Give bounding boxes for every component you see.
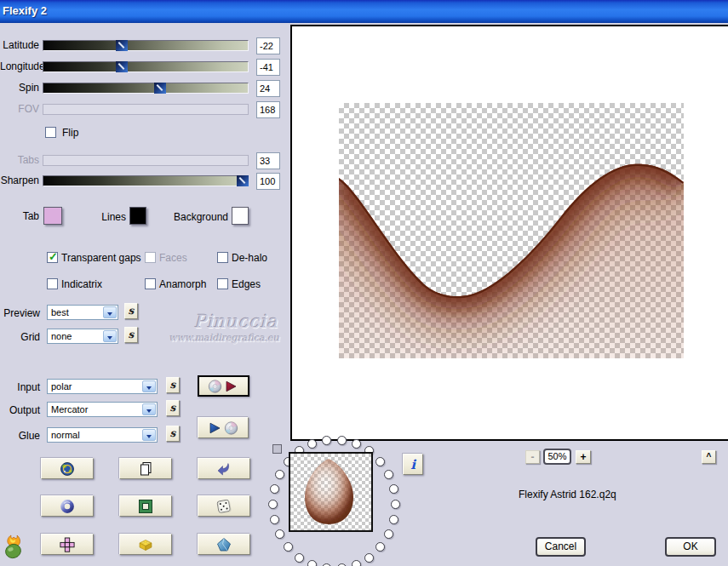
lines-color-swatch[interactable] <box>129 207 146 225</box>
tab-color-swatch[interactable] <box>43 207 62 225</box>
fov-value-field[interactable]: 168 <box>256 101 280 118</box>
dial-dot[interactable] <box>307 439 317 449</box>
globe-icon <box>59 461 76 477</box>
brick-button[interactable] <box>119 534 172 555</box>
gem-button[interactable] <box>198 534 250 555</box>
flip-checkbox[interactable] <box>45 127 56 138</box>
sharpen-slider[interactable] <box>43 175 249 186</box>
output-select-label: Output <box>0 404 40 416</box>
dial-dot[interactable] <box>391 500 400 509</box>
dial-dot[interactable] <box>270 484 279 494</box>
dice-button[interactable] <box>198 495 250 517</box>
longitude-value-field[interactable]: -41 <box>256 59 280 76</box>
dial-marker <box>272 444 282 454</box>
dial-dot[interactable] <box>384 470 393 479</box>
dial-dot[interactable] <box>389 484 398 494</box>
longitude-slider[interactable] <box>43 61 249 72</box>
anamorph-label: Anamorph <box>159 278 206 290</box>
wave-render <box>339 103 684 358</box>
grid-s-button[interactable]: s <box>124 327 138 343</box>
de-halo-checkbox[interactable] <box>217 252 228 263</box>
spin-value-field[interactable]: 24 <box>256 80 280 97</box>
cancel-button[interactable]: Cancel <box>536 537 586 557</box>
spin-slider[interactable] <box>43 83 249 94</box>
dial-dot[interactable] <box>275 529 284 539</box>
chevron-down-icon[interactable] <box>103 330 117 342</box>
dial-dot[interactable] <box>375 457 385 466</box>
edges-checkbox[interactable] <box>217 278 228 289</box>
transparent-gaps-checkbox[interactable]: ✓ <box>47 252 58 263</box>
dial-dot[interactable] <box>270 515 279 524</box>
preview-select[interactable]: best <box>47 305 118 320</box>
glue-s-button[interactable]: s <box>166 426 180 442</box>
dial-dot[interactable] <box>268 500 278 509</box>
zoom-in-button[interactable]: + <box>576 450 591 464</box>
globe-button[interactable] <box>41 458 94 479</box>
yellow-brick-icon <box>136 537 155 552</box>
undo-button[interactable] <box>198 458 250 479</box>
output-select[interactable]: Mercator <box>47 402 158 417</box>
preset-thumbnail[interactable] <box>289 452 373 532</box>
spin-label: Spin <box>0 83 39 94</box>
dial-dot[interactable] <box>375 542 385 552</box>
dial-dot[interactable] <box>322 436 331 445</box>
dial-dot[interactable] <box>389 515 398 524</box>
info-button[interactable]: i <box>403 454 423 475</box>
copy-button[interactable] <box>119 458 172 479</box>
tabs-label: Tabs <box>0 155 39 166</box>
latitude-slider-thumb[interactable] <box>116 40 128 51</box>
dial-dot[interactable] <box>307 560 317 566</box>
preview-select-label: Preview <box>0 307 40 319</box>
torus-button[interactable] <box>41 495 94 517</box>
flaming-pear-logo[interactable] <box>2 534 26 563</box>
chevron-down-icon[interactable] <box>142 403 156 415</box>
chevron-down-icon[interactable] <box>142 380 156 392</box>
dice-icon <box>215 498 233 515</box>
indicatrix-checkbox[interactable] <box>47 278 58 289</box>
input-select-label: Input <box>0 381 40 393</box>
anamorph-checkbox[interactable] <box>145 278 156 289</box>
preview-s-button[interactable]: s <box>124 303 138 319</box>
preview-image <box>339 103 684 358</box>
title-bar: Flexify 2 <box>0 0 728 23</box>
load-settings-button[interactable] <box>198 417 249 438</box>
grid-select[interactable]: none <box>47 329 118 344</box>
green-frame-icon <box>137 499 154 514</box>
save-settings-button[interactable] <box>198 375 249 397</box>
cd-arrow-save-icon <box>208 380 240 393</box>
zoom-out-button[interactable]: - <box>525 450 540 464</box>
glue-select[interactable]: normal <box>47 427 158 443</box>
input-select[interactable]: polar <box>47 379 158 394</box>
transparent-gaps-checkmark: ✓ <box>49 250 58 263</box>
ok-button[interactable]: OK <box>665 537 716 557</box>
dial-dot[interactable] <box>295 553 304 563</box>
dial-dot[interactable] <box>352 439 361 449</box>
fov-slider <box>43 104 249 115</box>
input-s-button[interactable]: s <box>166 377 180 393</box>
flexify2-dialog: { "window": { "title": "Flexify 2" }, "c… <box>0 0 728 566</box>
latitude-slider[interactable] <box>43 40 249 51</box>
background-color-swatch[interactable] <box>232 207 249 225</box>
dial-dot[interactable] <box>284 542 293 552</box>
tabs-value-field[interactable]: 33 <box>256 152 280 169</box>
faces-checkbox <box>145 252 156 263</box>
sharpen-value-field[interactable]: 100 <box>256 173 280 190</box>
sharpen-slider-thumb[interactable] <box>237 175 249 186</box>
watermark-url: www.maidiregrafica.eu <box>169 333 279 344</box>
output-s-button[interactable]: s <box>166 400 180 416</box>
spin-slider-thumb[interactable] <box>154 83 166 94</box>
dial-dot[interactable] <box>364 553 374 563</box>
undo-arrow-icon <box>215 461 232 477</box>
dial-dot[interactable] <box>384 529 393 539</box>
chevron-down-icon[interactable] <box>142 429 156 441</box>
tab-color-label: Tab <box>0 211 39 222</box>
dial-dot[interactable] <box>275 470 284 479</box>
longitude-slider-thumb[interactable] <box>116 61 128 72</box>
latitude-value-field[interactable]: -22 <box>256 37 280 54</box>
unfold-cross-button[interactable] <box>41 534 94 555</box>
frame-button[interactable] <box>119 495 172 517</box>
dial-dot[interactable] <box>352 560 361 566</box>
chevron-down-icon[interactable] <box>103 306 117 318</box>
expand-button[interactable]: ^ <box>702 450 716 464</box>
dial-dot[interactable] <box>337 436 347 445</box>
